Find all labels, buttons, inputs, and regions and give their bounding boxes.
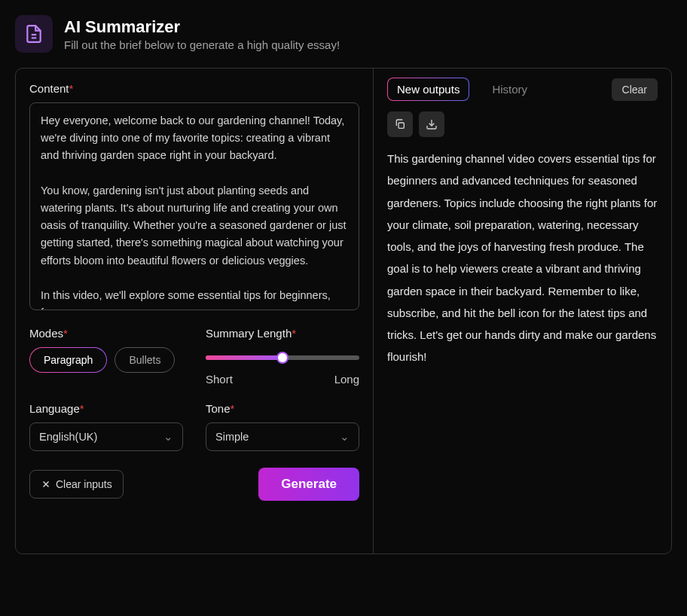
- content-label: Content*: [29, 82, 359, 95]
- app-subtitle: Fill out the brief below to generate a h…: [64, 38, 340, 51]
- download-icon: [426, 118, 438, 130]
- tab-new-outputs[interactable]: New outputs: [387, 78, 469, 101]
- clear-inputs-button[interactable]: Clear inputs: [29, 470, 124, 499]
- generate-button[interactable]: Generate: [258, 468, 359, 501]
- output-tabs: New outputs History: [387, 78, 536, 101]
- close-icon: [41, 479, 51, 489]
- length-slider[interactable]: [206, 347, 359, 368]
- modes-label: Modes*: [29, 327, 183, 340]
- language-label: Language*: [29, 402, 183, 415]
- app-header: AI Summarizer Fill out the brief below t…: [15, 15, 672, 53]
- copy-icon: [394, 118, 406, 130]
- chevron-down-icon: ⌄: [340, 431, 350, 443]
- length-long-label: Long: [334, 373, 359, 386]
- output-panel: New outputs History Clear This gardening…: [374, 69, 671, 553]
- document-icon: [24, 24, 44, 44]
- content-textarea[interactable]: [29, 102, 359, 310]
- language-select[interactable]: English(UK) ⌄: [29, 422, 183, 451]
- clear-output-button[interactable]: Clear: [612, 78, 658, 101]
- app-icon: [15, 15, 53, 53]
- tone-select[interactable]: Simple ⌄: [206, 422, 359, 451]
- modes-group: Paragraph Bullets: [29, 347, 183, 373]
- main-card: Content* Modes* Paragraph Bullets Summar…: [15, 68, 672, 554]
- language-value: English(UK): [39, 431, 97, 443]
- chevron-down-icon: ⌄: [163, 431, 173, 443]
- length-label: Summary Length*: [206, 327, 359, 340]
- header-text: AI Summarizer Fill out the brief below t…: [64, 17, 340, 51]
- input-panel: Content* Modes* Paragraph Bullets Summar…: [16, 69, 374, 553]
- length-short-label: Short: [206, 373, 233, 386]
- tone-label: Tone*: [206, 402, 359, 415]
- tone-value: Simple: [215, 431, 249, 443]
- mode-bullets[interactable]: Bullets: [114, 347, 175, 373]
- tab-history[interactable]: History: [483, 78, 536, 100]
- svg-rect-4: [398, 123, 404, 128]
- download-button[interactable]: [419, 111, 444, 137]
- output-text: This gardening channel video covers esse…: [387, 148, 658, 368]
- copy-button[interactable]: [387, 111, 413, 137]
- mode-paragraph[interactable]: Paragraph: [29, 347, 107, 373]
- app-title: AI Summarizer: [64, 17, 340, 37]
